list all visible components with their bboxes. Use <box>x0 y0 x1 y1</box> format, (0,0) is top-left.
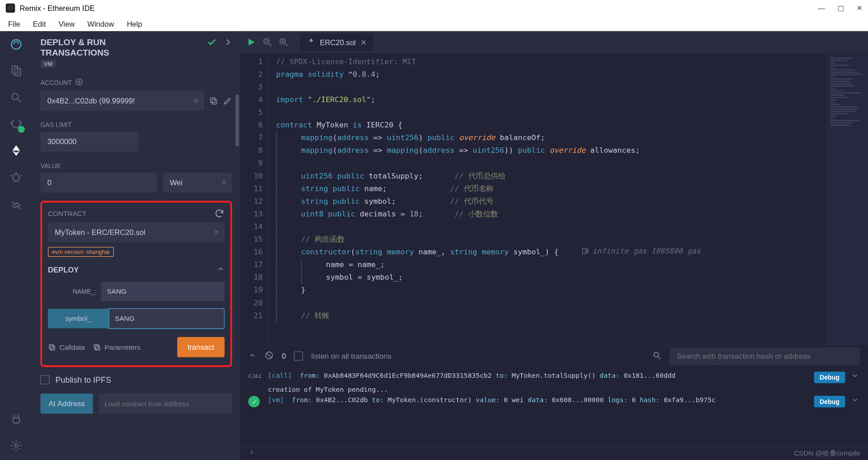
value-label: VALUE <box>40 162 232 169</box>
watermark: CSDN @哈桑compile <box>794 448 860 458</box>
window-minimize-button[interactable]: — <box>818 4 825 12</box>
svg-line-22 <box>269 43 271 46</box>
panel-title-line1: DEPLOY & RUN <box>40 37 109 47</box>
copy-account-icon[interactable] <box>209 96 218 105</box>
check-icon <box>207 37 217 49</box>
term-search-icon[interactable] <box>652 351 661 361</box>
svg-point-30 <box>654 352 658 357</box>
term-collapse-icon[interactable] <box>248 351 256 361</box>
listen-checkbox[interactable] <box>294 352 303 361</box>
account-label: ACCOUNT <box>40 79 71 86</box>
remix-logo-icon[interactable] <box>10 38 23 51</box>
svg-line-5 <box>18 99 21 102</box>
evm-version-badge: evm version: shanghai <box>48 247 114 257</box>
deploy-panel: DEPLOY & RUN TRANSACTIONS VM ACCOUNT 0x4… <box>33 31 241 460</box>
add-account-icon[interactable] <box>75 78 84 87</box>
expand-row-icon[interactable] <box>851 396 860 406</box>
gas-input[interactable] <box>40 131 138 152</box>
at-address-button[interactable]: At Address <box>40 394 93 414</box>
minimap[interactable] <box>827 53 868 344</box>
menu-file[interactable]: File <box>8 19 20 28</box>
menu-help[interactable]: Help <box>127 19 142 28</box>
svg-rect-27 <box>582 249 585 254</box>
tab-filename: ERC20.sol <box>320 38 355 47</box>
svg-point-4 <box>12 93 18 99</box>
param-name-input[interactable] <box>101 282 224 301</box>
app-logo-icon <box>6 4 15 13</box>
transact-button[interactable]: transact <box>177 337 225 357</box>
window-titlebar: Remix - Ethereum IDE — ▢ ✕ <box>0 0 868 16</box>
chevron-right-icon[interactable] <box>224 38 232 48</box>
zoom-in-icon[interactable] <box>278 37 289 47</box>
edit-account-icon[interactable] <box>223 96 232 105</box>
calldata-button[interactable]: Calldata <box>48 343 85 351</box>
solidity-file-icon <box>307 37 315 47</box>
svg-point-6 <box>13 174 19 181</box>
settings-icon[interactable] <box>10 439 23 452</box>
menu-view[interactable]: View <box>58 19 75 28</box>
svg-point-0 <box>8 5 14 11</box>
panel-title-line2: TRANSACTIONS <box>40 47 109 58</box>
svg-rect-14 <box>212 99 217 103</box>
overview-icon[interactable] <box>10 197 23 210</box>
publish-ipfs-label: Publish to IPFS <box>56 375 111 384</box>
debugger-icon[interactable] <box>10 171 23 183</box>
terminal: 0 listen on all transactions CALL[call] … <box>240 344 868 460</box>
svg-rect-19 <box>94 344 99 348</box>
panel-scrollbar[interactable] <box>236 94 239 146</box>
deploy-icon[interactable] <box>10 144 23 157</box>
contract-select[interactable]: MyToken - ERC/ERC20.sol <box>48 222 225 243</box>
account-select[interactable]: 0x4B2...C02db (99.99999! <box>40 90 204 111</box>
gas-label: GAS LIMIT <box>40 121 232 128</box>
svg-rect-17 <box>49 344 53 348</box>
editor-tab[interactable]: ERC20.sol ✕ <box>300 34 373 51</box>
window-maximize-button[interactable]: ▢ <box>838 4 844 12</box>
activity-bar <box>0 31 33 460</box>
expand-row-icon[interactable] <box>851 371 860 381</box>
svg-rect-18 <box>96 346 100 350</box>
publish-ipfs-checkbox[interactable] <box>40 375 49 384</box>
menubar: File Edit View Window Help <box>0 16 868 31</box>
param-name-label: NAME_: <box>48 288 101 295</box>
svg-rect-16 <box>51 346 55 350</box>
svg-line-8 <box>10 175 12 176</box>
files-icon[interactable] <box>10 65 23 77</box>
refresh-icon[interactable] <box>214 208 225 219</box>
env-badge: VM <box>40 60 56 68</box>
highlighted-region: CONTRACT MyToken - ERC/ERC20.sol evm ver… <box>40 201 232 367</box>
term-search-input[interactable] <box>670 347 860 365</box>
pending-count: 0 <box>282 352 286 360</box>
svg-line-26 <box>285 43 288 46</box>
svg-line-9 <box>20 175 22 176</box>
at-address-input[interactable] <box>99 394 232 414</box>
listen-label: listen on all transactions <box>311 352 392 360</box>
gas-hint: infinite gas 1085800 gas <box>581 244 701 257</box>
terminal-prompt-icon[interactable] <box>248 449 255 458</box>
svg-line-29 <box>267 353 271 357</box>
value-unit-select[interactable]: Wei <box>163 173 232 193</box>
tab-close-icon[interactable]: ✕ <box>360 38 367 47</box>
compiler-icon[interactable] <box>10 118 23 131</box>
contract-label: CONTRACT <box>48 210 86 218</box>
menu-edit[interactable]: Edit <box>33 19 46 28</box>
svg-line-31 <box>658 357 660 359</box>
debug-button[interactable]: Debug <box>814 396 845 408</box>
menu-window[interactable]: Window <box>87 19 114 28</box>
collapse-icon[interactable] <box>217 265 225 275</box>
code-editor[interactable]: 123456789101112131415161718192021 // SPD… <box>240 53 868 344</box>
plugin-icon[interactable] <box>10 413 23 425</box>
deploy-heading: DEPLOY <box>48 265 79 274</box>
value-input[interactable] <box>40 173 157 193</box>
editor-toolbar: ERC20.sol ✕ <box>240 31 868 53</box>
window-close-button[interactable]: ✕ <box>857 4 863 12</box>
parameters-button[interactable]: Parameters <box>93 343 141 351</box>
term-clear-icon[interactable] <box>264 351 274 361</box>
zoom-out-icon[interactable] <box>262 37 273 47</box>
run-icon[interactable] <box>246 37 256 47</box>
debug-button[interactable]: Debug <box>814 371 845 383</box>
param-symbol-input[interactable] <box>108 308 225 329</box>
search-icon[interactable] <box>10 91 23 104</box>
svg-rect-15 <box>211 98 215 102</box>
window-title: Remix - Ethereum IDE <box>19 4 94 12</box>
svg-point-10 <box>14 444 18 447</box>
